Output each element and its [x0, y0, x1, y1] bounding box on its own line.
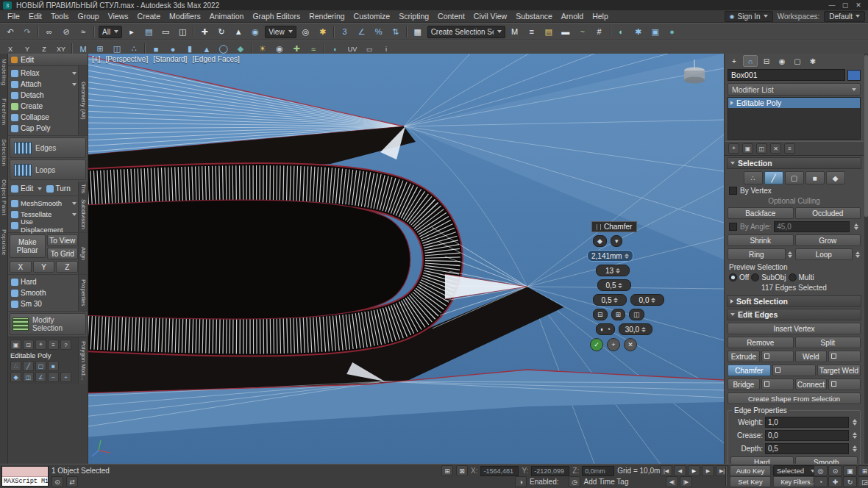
offset-mode-icon[interactable]: ⇄	[66, 476, 78, 487]
menu-item[interactable]: Customize	[349, 11, 395, 21]
menu-item[interactable]: Create	[133, 11, 166, 21]
smooth-threshold-field[interactable]: 30,0	[619, 323, 652, 335]
radial-type-icon[interactable]: ◫	[629, 309, 644, 320]
edge-subobject-icon[interactable]: ╱	[764, 171, 783, 184]
named-selection-set-combo[interactable]: Create Selection Se	[427, 26, 505, 38]
spinner[interactable]	[651, 298, 655, 303]
viewport-general-menu[interactable]: [+]	[92, 55, 100, 63]
make-planar-button[interactable]: Make Planar	[10, 234, 46, 258]
selection-lock-icon[interactable]: ⊠	[456, 465, 468, 476]
grid-display-icon[interactable]: ⊞	[441, 465, 453, 476]
orbit-icon[interactable]: ↻	[843, 476, 857, 487]
ribbon-tab[interactable]: Selection	[1, 137, 7, 168]
element-subobject-icon[interactable]: ◆	[826, 171, 845, 184]
configure-modifier-sets-icon[interactable]: ≡	[784, 143, 795, 154]
render-production-icon[interactable]: ●	[664, 25, 680, 39]
edge-mode-icon[interactable]: ╱	[23, 361, 34, 371]
ribbon-tab[interactable]: Modeling	[1, 57, 7, 87]
angle-snap-icon[interactable]: ∠	[354, 25, 370, 39]
pin-stack-icon[interactable]: ⌖	[728, 143, 739, 154]
spinner[interactable]	[616, 268, 620, 273]
detach-button[interactable]: Detach	[10, 90, 78, 101]
motion-tab-icon[interactable]: ◉	[775, 56, 789, 66]
meshsmooth-button[interactable]: MeshSmooth	[10, 198, 78, 209]
display-tab-icon[interactable]: ▢	[791, 56, 804, 66]
expand-icon[interactable]	[730, 101, 733, 105]
zoom-all-icon[interactable]: ⊙	[828, 465, 842, 476]
loops-mode-button[interactable]: Loops	[10, 159, 86, 180]
depth-field[interactable]: 0,5	[765, 443, 849, 454]
x-coordinate-field[interactable]: -1564,481	[480, 466, 519, 476]
edit-section-header[interactable]: Edit	[8, 54, 88, 66]
z-coordinate-field[interactable]: 0,0mm	[582, 466, 614, 476]
selection-rollout-header[interactable]: Selection	[727, 157, 861, 169]
percent-snap-icon[interactable]: %	[371, 25, 387, 39]
shrink-mini-icon[interactable]: −	[48, 372, 59, 382]
create-tab-icon[interactable]: +	[728, 56, 741, 66]
use-pivot-center-icon[interactable]: ◎	[298, 25, 314, 39]
polygon-mode-icon[interactable]: ■	[48, 361, 59, 371]
angle-spinner[interactable]	[853, 223, 859, 230]
relax-button[interactable]: Relax	[10, 68, 78, 79]
insert-vertex-button[interactable]: Insert Vertex	[728, 323, 861, 334]
workspaces-dropdown[interactable]: Default	[824, 11, 865, 22]
apply-and-continue-button[interactable]: +	[607, 338, 620, 351]
element-mode-icon[interactable]: ◆	[10, 372, 21, 382]
chamfer-inset-field[interactable]: 0,0	[630, 294, 664, 306]
by-angle-icon[interactable]: ∠	[35, 372, 46, 382]
weld-settings-button[interactable]	[828, 351, 861, 362]
extrude-button[interactable]: Extrude	[728, 351, 760, 362]
hard-button[interactable]: Hard	[10, 276, 78, 287]
menu-item[interactable]: Modifiers	[165, 11, 205, 21]
smooth-toggle-group[interactable]: ◐ ◔	[596, 323, 615, 335]
rendered-frame-icon[interactable]: ▣	[647, 25, 664, 39]
object-color-swatch[interactable]	[847, 70, 861, 81]
unlink-selection-icon[interactable]: ⊘	[58, 25, 74, 39]
layer-manager-icon[interactable]: ▤	[541, 25, 557, 39]
select-and-link-icon[interactable]: ∞	[41, 25, 57, 39]
next-frame-icon[interactable]: ▶	[702, 465, 714, 476]
edit-edges-rollout-header[interactable]: Edit Edges	[727, 309, 861, 320]
add-time-tag[interactable]: Add Time Tag	[583, 478, 628, 486]
bind-to-space-warp-icon[interactable]: ≈	[75, 25, 91, 39]
mirror-icon[interactable]: M	[507, 25, 523, 39]
axis-button[interactable]: Y	[33, 261, 55, 273]
occluded-button[interactable]: Occluded	[795, 207, 861, 219]
sign-in-button[interactable]: ◉ Sign In	[725, 11, 773, 22]
attach-button[interactable]: Attach	[10, 79, 78, 90]
select-and-manipulate-icon[interactable]: ✱	[315, 25, 331, 39]
axis-button[interactable]: Z	[56, 261, 78, 273]
previous-frame-icon[interactable]: ◀	[674, 465, 686, 476]
menu-item[interactable]: File	[3, 11, 24, 21]
field-of-view-icon[interactable]: ◔	[814, 476, 828, 487]
menu-item[interactable]: Scripting	[394, 11, 433, 21]
ribbon-tab[interactable]: Freeform	[1, 96, 7, 127]
ring-spinner[interactable]	[787, 248, 794, 260]
rectangular-selection-icon[interactable]: ▭	[157, 25, 174, 39]
ribbon-tab[interactable]: Object Paint	[1, 177, 7, 218]
depth-spinner[interactable]	[851, 445, 858, 452]
spinner[interactable]	[618, 283, 622, 288]
maxscript-macro-area[interactable]	[2, 467, 48, 477]
polygon-subobject-icon[interactable]: ■	[805, 171, 825, 184]
loop-button[interactable]: Loop	[795, 248, 853, 260]
menu-item[interactable]: Arnold	[557, 11, 588, 21]
crease-field[interactable]: 0,0	[765, 430, 849, 441]
apply-button[interactable]: ✓	[590, 338, 603, 351]
select-object-icon[interactable]: ▸	[124, 25, 140, 39]
go-to-start-icon[interactable]: |◀	[660, 465, 672, 476]
reference-coordinate-dropdown[interactable]: View	[265, 26, 296, 38]
chamfer-depth-field[interactable]: 0,5	[597, 279, 631, 291]
maxscript-mini-listener[interactable]: MAXScript Mir	[1, 466, 49, 487]
menu-item[interactable]: Animation	[205, 11, 249, 21]
end-bias-icon[interactable]: ⊞	[611, 309, 626, 320]
soft-selection-rollout-header[interactable]: Soft Selection	[727, 295, 861, 307]
vertex-mode-icon[interactable]: ∴	[10, 361, 21, 371]
y-coordinate-field[interactable]: -2120,099	[531, 466, 569, 476]
extrude-settings-button[interactable]	[761, 351, 794, 362]
vertex-subobject-icon[interactable]: ∴	[744, 171, 763, 184]
scrollbar-thumb[interactable]	[864, 55, 868, 217]
weight-spinner[interactable]	[851, 419, 858, 426]
cancel-button[interactable]: ✕	[624, 338, 637, 351]
ring-button[interactable]: Ring	[728, 248, 786, 260]
